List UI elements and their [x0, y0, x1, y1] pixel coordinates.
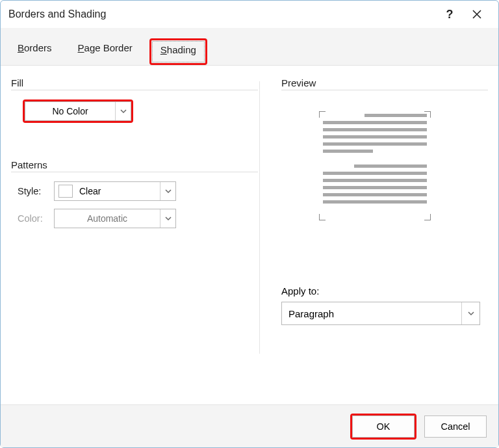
fill-color-dropdown-button[interactable] — [115, 102, 131, 120]
preview-corner-tr — [422, 111, 431, 120]
style-combo[interactable]: Clear — [54, 181, 176, 201]
close-icon — [472, 10, 481, 19]
preview-line — [323, 186, 427, 189]
preview-corner-br — [422, 211, 431, 220]
dialog-title: Borders and Shading — [8, 8, 436, 20]
chevron-down-icon — [468, 310, 474, 317]
preview-line — [323, 128, 427, 131]
preview-line — [323, 121, 427, 124]
titlebar: Borders and Shading ? — [1, 1, 498, 28]
apply-to-value: Paragraph — [282, 308, 461, 319]
tab-content-shading: Fill No Color Patterns Style: Clear — [1, 66, 498, 404]
fill-color-value: No Color — [25, 106, 115, 116]
preview-line — [323, 193, 427, 196]
style-swatch — [58, 185, 73, 198]
chevron-down-icon — [120, 108, 127, 114]
preview-line — [365, 114, 427, 117]
apply-to-combo[interactable]: Paragraph — [281, 302, 480, 325]
tab-page-border[interactable]: Page Border — [69, 38, 142, 65]
close-button[interactable] — [463, 1, 491, 28]
preview-line — [323, 150, 373, 153]
preview-corner-tl — [319, 111, 328, 120]
preview-line — [354, 165, 427, 168]
style-dropdown-button[interactable] — [160, 182, 175, 200]
preview-line — [323, 172, 427, 175]
preview-line — [323, 179, 427, 182]
chevron-down-icon — [165, 188, 172, 194]
preview-line — [323, 135, 427, 138]
fill-section-label: Fill — [11, 77, 258, 90]
borders-and-shading-dialog: Borders and Shading ? Borders Page Borde… — [0, 0, 499, 448]
style-label: Style: — [11, 186, 54, 196]
preview-corner-bl — [319, 211, 328, 220]
preview-section-label: Preview — [281, 77, 488, 90]
pattern-color-dropdown-button — [160, 209, 175, 228]
preview-line — [323, 200, 427, 204]
fill-color-combo[interactable]: No Color — [25, 101, 131, 121]
patterns-section-label: Patterns — [11, 159, 258, 172]
vertical-divider — [259, 81, 260, 354]
ok-button[interactable]: OK — [352, 415, 415, 438]
style-value: Clear — [77, 186, 160, 196]
pattern-color-combo: Automatic — [54, 209, 176, 228]
help-button[interactable]: ? — [436, 1, 463, 28]
pattern-color-label: Color: — [11, 213, 54, 224]
chevron-down-icon — [165, 215, 172, 222]
pattern-color-value: Automatic — [55, 213, 160, 224]
tab-bar: Borders Page Border Shading — [1, 28, 498, 66]
apply-to-dropdown-button[interactable] — [461, 302, 480, 324]
preview-box — [307, 99, 442, 230]
dialog-footer: OK Cancel — [1, 404, 498, 447]
preview-line — [323, 142, 427, 146]
apply-to-label: Apply to: — [281, 285, 488, 296]
cancel-button[interactable]: Cancel — [424, 415, 487, 438]
tab-borders[interactable]: Borders — [8, 38, 61, 65]
tab-shading[interactable]: Shading — [151, 40, 205, 63]
